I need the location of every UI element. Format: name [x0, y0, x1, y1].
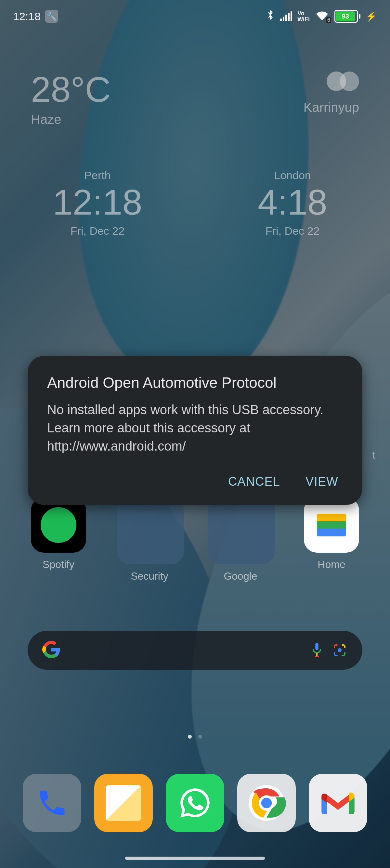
weather-condition: Haze: [31, 112, 111, 127]
weather-haze-icon: [303, 71, 359, 94]
svg-point-3: [338, 648, 342, 652]
clock-city: Perth: [0, 169, 195, 182]
google-lens-icon[interactable]: [331, 642, 348, 658]
dialog-body: No installed apps work with this USB acc…: [47, 401, 343, 455]
dock-notes-app[interactable]: [94, 774, 153, 832]
clock-time: 4:18: [195, 184, 390, 220]
dock-chrome-app[interactable]: [237, 774, 296, 832]
dock-gmail-app[interactable]: [309, 774, 367, 832]
google-home-icon: [304, 497, 359, 553]
cellular-signal-icon: [280, 11, 292, 21]
folder-icon: [117, 497, 184, 564]
weather-location: Karrinyup: [303, 100, 359, 115]
app-home[interactable]: Home: [299, 497, 364, 582]
world-clock-widget[interactable]: Perth 12:18 Fri, Dec 22 London 4:18 Fri,…: [0, 169, 390, 237]
dock-phone-app[interactable]: [23, 774, 81, 832]
wrench-icon: 🔧: [45, 10, 58, 23]
page-indicator: [0, 735, 390, 739]
folder-icon: [208, 497, 275, 564]
battery-indicator: 93: [334, 10, 360, 23]
dialog-title: Android Open Automotive Protocol: [47, 374, 343, 392]
app-spotify[interactable]: Spotify: [26, 497, 91, 582]
google-search-bar[interactable]: [28, 631, 362, 670]
usb-accessory-dialog: Android Open Automotive Protocol No inst…: [28, 356, 362, 505]
clock-date: Fri, Dec 22: [0, 225, 195, 237]
battery-percent: 93: [342, 13, 349, 20]
google-logo-icon: [42, 641, 60, 660]
clock-date: Fri, Dec 22: [195, 225, 390, 237]
gesture-nav-bar[interactable]: [125, 857, 265, 860]
svg-rect-0: [315, 643, 319, 650]
app-folder-security[interactable]: Security: [117, 497, 182, 582]
wifi-badge: 6: [326, 17, 331, 23]
wifi-icon: 6: [315, 11, 329, 22]
clock-london: London 4:18 Fri, Dec 22: [195, 169, 390, 237]
mic-icon[interactable]: [309, 642, 325, 658]
charging-icon: ⚡: [366, 11, 377, 22]
cancel-button[interactable]: CANCEL: [227, 471, 282, 492]
app-folder-google[interactable]: Google: [208, 497, 273, 582]
status-time: 12:18: [13, 10, 41, 23]
view-button[interactable]: VIEW: [304, 471, 339, 492]
weather-widget[interactable]: 28°C Haze Karrinyup: [0, 71, 390, 127]
clock-time: 12:18: [0, 184, 195, 220]
vowifi-indicator: Vo WiFi: [297, 10, 310, 22]
clock-perth: Perth 12:18 Fri, Dec 22: [0, 169, 195, 237]
dock-whatsapp-app[interactable]: [166, 774, 224, 832]
peek-text: t: [372, 448, 376, 461]
spotify-icon: [31, 497, 86, 553]
home-apps-row: Spotify Security Google Home: [0, 497, 390, 582]
bluetooth-icon: [266, 9, 275, 23]
status-bar: 12:18 🔧 Vo WiFi 6 93: [0, 0, 390, 32]
weather-temperature: 28°C: [31, 71, 111, 107]
dock: [0, 774, 390, 832]
clock-city: London: [195, 169, 390, 182]
